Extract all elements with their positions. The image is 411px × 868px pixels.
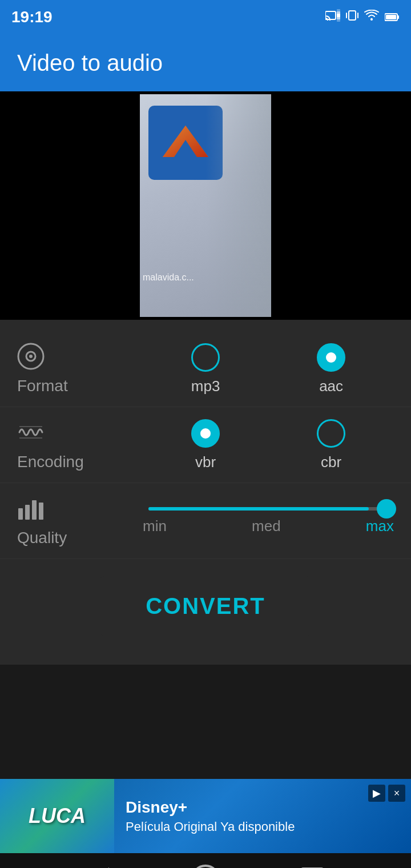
ad-play-button[interactable]: ▶ [368,785,385,802]
ad-disney-logo: Disney+ [126,798,400,817]
encoding-cbr-option[interactable]: cbr [317,419,345,471]
ad-close-button[interactable]: × [388,785,405,802]
slider-fill [148,507,369,511]
nav-back-button[interactable] [82,862,116,868]
wifi-icon [364,10,379,25]
cast-icon [325,9,340,25]
vibrate-icon [346,9,358,25]
controls-panel: Format mp3 aac Encoding [0,320,411,665]
quality-max-label: max [366,517,394,535]
svg-rect-9 [386,15,396,19]
format-aac-label: aac [319,377,343,395]
encoding-row: Encoding vbr cbr [0,407,411,483]
disc-icon [17,343,45,372]
svg-rect-22 [39,503,43,520]
ad-banner[interactable]: LUCA Disney+ Película Original Ya dispon… [0,779,411,853]
video-thumbnail: malavida.c... [140,94,271,317]
svg-rect-20 [25,505,30,520]
format-mp3-label: mp3 [191,377,220,395]
format-label: Format [17,377,68,395]
slider-track[interactable] [148,507,388,511]
ad-luca-image: LUCA [0,779,114,853]
wave-icon [17,419,45,448]
format-aac-radio[interactable] [317,343,345,372]
encoding-label: Encoding [17,453,84,471]
play-icon: ▶ [373,787,381,799]
status-icons [325,9,400,25]
ad-movie-title: LUCA [29,804,86,828]
battery-icon [385,10,400,25]
quality-min-label: min [143,517,167,535]
nav-recent-button[interactable] [295,862,329,868]
svg-rect-19 [18,508,23,520]
format-mp3-radio[interactable] [191,343,220,372]
encoding-cbr-radio[interactable] [317,419,345,448]
slider-thumb[interactable] [377,499,396,519]
slider-labels: min med max [143,517,394,535]
format-row: Format mp3 aac [0,331,411,407]
quality-med-label: med [252,517,281,535]
slider-container[interactable] [148,507,388,511]
encoding-vbr-option[interactable]: vbr [191,419,220,471]
app-bar: Video to audio [0,34,411,91]
quality-slider-area: min med max [143,507,394,535]
home-icon [191,865,220,868]
convert-button[interactable]: CONVERT [100,576,311,636]
encoding-vbr-radio[interactable] [191,419,220,448]
close-icon: × [394,787,400,799]
status-bar: 19:19 [0,0,411,34]
convert-label: CONVERT [146,593,265,618]
encoding-options: vbr cbr [143,419,394,471]
svg-point-16 [29,355,33,358]
quality-row: Quality min med max [0,483,411,559]
nav-bar [0,853,411,868]
format-options: mp3 aac [143,343,394,395]
svg-rect-4 [349,11,356,20]
status-time: 19:19 [11,8,53,26]
svg-rect-21 [32,500,37,520]
quality-label: Quality [17,529,67,547]
encoding-cbr-label: cbr [321,453,341,471]
quality-label-area: Quality [17,495,143,547]
ad-subtitle: Película Original Ya disponible [126,819,400,834]
svg-rect-10 [397,15,399,19]
format-label-area: Format [17,343,143,395]
encoding-vbr-label: vbr [195,453,216,471]
encoding-label-area: Encoding [17,419,143,471]
empty-space [0,665,411,779]
ad-content: Disney+ Película Original Ya disponible [114,793,411,840]
convert-section: CONVERT [0,559,411,653]
page-title: Video to audio [17,50,163,76]
svg-rect-3 [337,14,340,17]
nav-home-button[interactable] [188,862,223,868]
video-preview: malavida.c... [0,91,411,320]
format-mp3-option[interactable]: mp3 [191,343,220,395]
format-aac-option[interactable]: aac [317,343,345,395]
svg-point-7 [370,18,373,21]
bars-icon [17,495,45,524]
